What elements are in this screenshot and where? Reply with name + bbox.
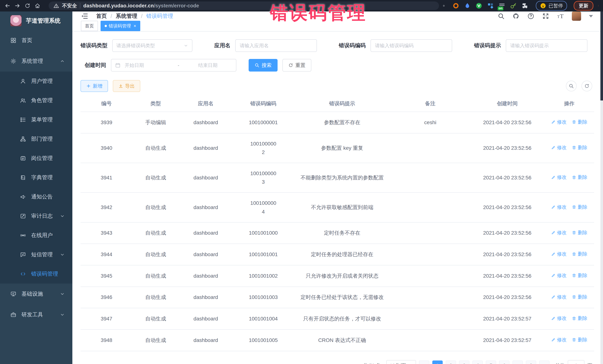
search-button[interactable]: 搜索: [249, 59, 278, 72]
puzzle-icon[interactable]: [521, 2, 528, 9]
sidebar-collapse-icon[interactable]: [81, 12, 88, 20]
more-pages-button[interactable]: •••: [512, 361, 523, 364]
key-icon[interactable]: [510, 2, 517, 9]
breadcrumb-system[interactable]: 系统管理: [116, 12, 137, 20]
sidebar-item-menu[interactable]: 菜单管理: [0, 110, 72, 129]
paused-extension-badge[interactable]: 已暂停: [536, 1, 567, 11]
sidebar-item-infra[interactable]: 基础设施: [0, 284, 72, 304]
sidebar-item-log[interactable]: 审计日志: [0, 207, 72, 226]
page-button-5[interactable]: 5: [486, 361, 496, 364]
cell-code: 100100000 2: [233, 133, 294, 163]
delete-link[interactable]: 删除: [572, 144, 587, 152]
sidebar-item-book[interactable]: 字典管理: [0, 168, 72, 187]
edit-link[interactable]: 修改: [551, 118, 567, 126]
font-size-icon[interactable]: TT: [557, 13, 564, 20]
not-secure-label: 不安全: [62, 2, 77, 9]
close-icon[interactable]: ×: [134, 23, 136, 29]
page-size-select[interactable]: 10条/页: [386, 360, 416, 364]
edit-link[interactable]: 修改: [551, 144, 567, 152]
goto-page-input[interactable]: [568, 360, 584, 364]
page-scrollbar[interactable]: [600, 11, 603, 364]
edit-link[interactable]: 修改: [551, 314, 567, 322]
create-time-range-picker[interactable]: 开始日期 - 结束日期: [111, 59, 236, 72]
delete-link[interactable]: 删除: [572, 293, 587, 301]
browser-forward-button[interactable]: [14, 2, 21, 10]
reset-button[interactable]: 重置: [282, 59, 311, 72]
delete-link[interactable]: 删除: [572, 250, 587, 258]
sidebar-item-users[interactable]: 角色管理: [0, 91, 72, 110]
drop-icon[interactable]: [464, 2, 471, 9]
add-button[interactable]: 新增: [81, 80, 108, 92]
list-icon[interactable]: on: [498, 2, 505, 9]
export-button[interactable]: 导出: [113, 80, 140, 92]
edit-link[interactable]: 修改: [551, 173, 567, 181]
next-page-button[interactable]: ›: [539, 361, 550, 364]
error-type-select[interactable]: 请选择错误码类型: [112, 39, 192, 52]
sidebar-item-sms[interactable]: 短信管理: [0, 245, 72, 264]
sidebar-item-tree[interactable]: 部门管理: [0, 129, 72, 149]
delete-link[interactable]: 删除: [572, 229, 587, 237]
chrome-update-button[interactable]: 更新: [574, 1, 593, 11]
delete-link[interactable]: 删除: [572, 203, 587, 211]
delete-link[interactable]: 删除: [572, 118, 587, 126]
user-avatar[interactable]: [572, 11, 581, 21]
bookmark-star-icon[interactable]: [443, 2, 445, 9]
tag-item[interactable]: 首页: [81, 21, 98, 31]
browser-menu-icon[interactable]: [597, 2, 599, 9]
edit-link[interactable]: 修改: [551, 203, 567, 211]
app-name-input[interactable]: [235, 39, 317, 52]
delete-link[interactable]: 删除: [572, 336, 587, 344]
delete-link[interactable]: 删除: [572, 272, 587, 279]
browser-home-button[interactable]: [34, 2, 41, 10]
browser-back-button[interactable]: [4, 2, 11, 10]
page-button-6[interactable]: 6: [499, 361, 510, 364]
sidebar-item-tools[interactable]: 研发工具: [0, 304, 72, 325]
plus-icon: [86, 84, 91, 88]
github-icon[interactable]: [512, 13, 520, 20]
scrollbar-thumb[interactable]: [600, 11, 603, 100]
sidebar-item-user[interactable]: 用户管理: [0, 72, 72, 91]
v-circle-icon[interactable]: [475, 2, 482, 9]
sidebar-item-online[interactable]: 在线用户: [0, 226, 72, 245]
error-msg-input[interactable]: [506, 39, 587, 52]
fullscreen-icon[interactable]: [542, 13, 549, 20]
cell-operations: 修改删除: [544, 163, 594, 193]
trash-icon: [572, 316, 576, 321]
edit-link[interactable]: 修改: [551, 293, 567, 301]
page-button-1[interactable]: 1: [432, 361, 443, 364]
error-code-input[interactable]: [371, 39, 452, 52]
sidebar-item-megaphone[interactable]: 通知公告: [0, 187, 72, 207]
edit-link[interactable]: 修改: [551, 272, 567, 279]
chevron-down-icon: [60, 312, 65, 317]
address-bar[interactable]: 不安全 dashboard.yudao.iocoder.cn/system/er…: [49, 1, 439, 10]
delete-link[interactable]: 删除: [572, 173, 587, 181]
delete-link[interactable]: 删除: [572, 314, 587, 322]
table-row: 3946自动生成dashboard1001001003定时任务已经处于该状态，无…: [81, 287, 594, 308]
toggle-search-button[interactable]: [566, 81, 577, 91]
diamond-icon[interactable]: [487, 2, 494, 9]
sidebar-item-code[interactable]: 错误码管理: [0, 264, 72, 284]
tag-dot: [105, 25, 107, 27]
prev-page-button[interactable]: ‹: [419, 361, 429, 364]
browser-reload-button[interactable]: [24, 2, 31, 10]
tag-active[interactable]: 错误码管理×: [101, 21, 140, 31]
edit-link[interactable]: 修改: [551, 229, 567, 237]
trash-icon: [572, 145, 576, 150]
edit-link[interactable]: 修改: [551, 250, 567, 258]
sidebar-item-home[interactable]: 首页: [0, 30, 72, 51]
page-button-4[interactable]: 4: [472, 361, 483, 364]
refresh-table-button[interactable]: [581, 81, 592, 91]
page-button-2[interactable]: 2: [446, 361, 456, 364]
ring-icon[interactable]: [452, 2, 459, 9]
sidebar-item-gear[interactable]: 系统管理: [0, 51, 72, 72]
sidebar-item-badge[interactable]: 岗位管理: [0, 149, 72, 168]
page-button-3[interactable]: 3: [459, 361, 469, 364]
breadcrumb-home[interactable]: 首页: [96, 12, 107, 20]
page-button-8[interactable]: 8: [526, 361, 536, 364]
help-icon[interactable]: [527, 13, 534, 20]
edit-link[interactable]: 修改: [551, 336, 567, 344]
sidebar-item-label: 用户管理: [31, 77, 53, 85]
sidebar-logo-row[interactable]: 芋道管理系统: [0, 11, 72, 30]
user-menu-caret-icon[interactable]: [589, 15, 593, 17]
search-icon[interactable]: [498, 13, 505, 20]
